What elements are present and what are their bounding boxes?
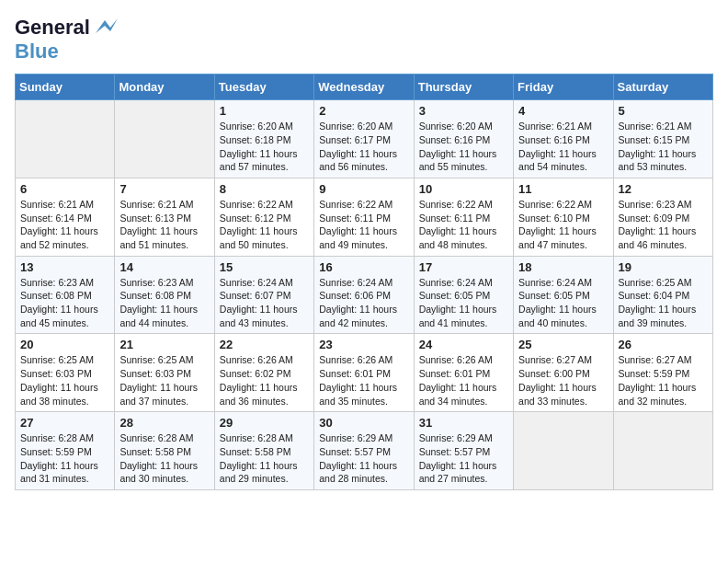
weekday-header-saturday: Saturday	[613, 75, 712, 100]
day-number: 20	[20, 338, 109, 351]
calendar-cell: 17Sunrise: 6:24 AM Sunset: 6:05 PM Dayli…	[414, 256, 513, 334]
day-number: 17	[419, 260, 508, 274]
calendar-cell: 12Sunrise: 6:23 AM Sunset: 6:09 PM Dayli…	[613, 178, 712, 256]
day-number: 11	[518, 182, 608, 196]
calendar-cell: 11Sunrise: 6:22 AM Sunset: 6:10 PM Dayli…	[514, 178, 613, 256]
calendar-cell: 8Sunrise: 6:22 AM Sunset: 6:12 PM Daylig…	[214, 178, 313, 256]
cell-info: Sunrise: 6:21 AM Sunset: 6:13 PM Dayligh…	[119, 198, 209, 252]
cell-info: Sunrise: 6:28 AM Sunset: 5:59 PM Dayligh…	[20, 431, 109, 486]
cell-info: Sunrise: 6:24 AM Sunset: 6:07 PM Dayligh…	[220, 276, 309, 330]
cell-info: Sunrise: 6:26 AM Sunset: 6:02 PM Dayligh…	[220, 353, 309, 408]
day-number: 2	[319, 104, 408, 118]
day-number: 8	[220, 182, 309, 196]
calendar-cell: 15Sunrise: 6:24 AM Sunset: 6:07 PM Dayli…	[214, 256, 313, 334]
calendar-cell: 30Sunrise: 6:29 AM Sunset: 5:57 PM Dayli…	[314, 412, 414, 490]
calendar-cell: 19Sunrise: 6:25 AM Sunset: 6:04 PM Dayli…	[613, 256, 712, 334]
weekday-header-monday: Monday	[115, 75, 214, 100]
day-number: 28	[119, 416, 209, 430]
day-number: 21	[119, 338, 209, 351]
cell-info: Sunrise: 6:28 AM Sunset: 5:58 PM Dayligh…	[119, 431, 209, 486]
calendar-cell: 29Sunrise: 6:28 AM Sunset: 5:58 PM Dayli…	[214, 412, 313, 490]
day-number: 12	[619, 182, 708, 196]
day-number: 13	[20, 260, 109, 274]
calendar-cell	[16, 100, 115, 178]
logo: General Blue	[15, 15, 118, 63]
cell-info: Sunrise: 6:23 AM Sunset: 6:09 PM Dayligh…	[619, 198, 708, 252]
day-number: 23	[319, 338, 408, 351]
day-number: 31	[419, 416, 508, 430]
cell-info: Sunrise: 6:26 AM Sunset: 6:01 PM Dayligh…	[319, 353, 408, 408]
day-number: 1	[220, 104, 309, 118]
day-number: 18	[518, 260, 608, 274]
calendar-cell: 20Sunrise: 6:25 AM Sunset: 6:03 PM Dayli…	[16, 334, 115, 412]
calendar-cell: 13Sunrise: 6:23 AM Sunset: 6:08 PM Dayli…	[16, 256, 115, 334]
day-number: 5	[619, 104, 708, 118]
cell-info: Sunrise: 6:28 AM Sunset: 5:58 PM Dayligh…	[220, 431, 309, 486]
calendar-cell: 5Sunrise: 6:21 AM Sunset: 6:15 PM Daylig…	[613, 100, 712, 178]
cell-info: Sunrise: 6:24 AM Sunset: 6:05 PM Dayligh…	[518, 276, 608, 330]
svg-marker-0	[96, 18, 118, 33]
cell-info: Sunrise: 6:24 AM Sunset: 6:06 PM Dayligh…	[319, 276, 408, 330]
day-number: 30	[319, 416, 408, 430]
calendar-cell: 1Sunrise: 6:20 AM Sunset: 6:18 PM Daylig…	[214, 100, 313, 178]
calendar-cell: 24Sunrise: 6:26 AM Sunset: 6:01 PM Dayli…	[414, 334, 513, 412]
day-number: 4	[518, 104, 608, 118]
cell-info: Sunrise: 6:29 AM Sunset: 5:57 PM Dayligh…	[319, 431, 408, 486]
cell-info: Sunrise: 6:29 AM Sunset: 5:57 PM Dayligh…	[419, 431, 508, 486]
calendar-cell: 4Sunrise: 6:21 AM Sunset: 6:16 PM Daylig…	[514, 100, 613, 178]
calendar-cell: 2Sunrise: 6:20 AM Sunset: 6:17 PM Daylig…	[314, 100, 414, 178]
cell-info: Sunrise: 6:27 AM Sunset: 6:00 PM Dayligh…	[518, 353, 608, 408]
cell-info: Sunrise: 6:24 AM Sunset: 6:05 PM Dayligh…	[419, 276, 508, 330]
cell-info: Sunrise: 6:22 AM Sunset: 6:11 PM Dayligh…	[319, 198, 408, 252]
cell-info: Sunrise: 6:27 AM Sunset: 5:59 PM Dayligh…	[619, 353, 708, 408]
cell-info: Sunrise: 6:20 AM Sunset: 6:16 PM Dayligh…	[419, 120, 508, 174]
logo-text: General	[15, 17, 90, 39]
day-number: 16	[319, 260, 408, 274]
day-number: 3	[419, 104, 508, 118]
cell-info: Sunrise: 6:21 AM Sunset: 6:16 PM Dayligh…	[518, 120, 608, 174]
calendar-cell: 10Sunrise: 6:22 AM Sunset: 6:11 PM Dayli…	[414, 178, 513, 256]
day-number: 9	[319, 182, 408, 196]
calendar-cell: 14Sunrise: 6:23 AM Sunset: 6:08 PM Dayli…	[115, 256, 214, 334]
calendar-cell: 16Sunrise: 6:24 AM Sunset: 6:06 PM Dayli…	[314, 256, 414, 334]
calendar-cell: 21Sunrise: 6:25 AM Sunset: 6:03 PM Dayli…	[115, 334, 214, 412]
weekday-header-wednesday: Wednesday	[314, 75, 414, 100]
calendar-cell: 28Sunrise: 6:28 AM Sunset: 5:58 PM Dayli…	[115, 412, 214, 490]
calendar-cell: 22Sunrise: 6:26 AM Sunset: 6:02 PM Dayli…	[214, 334, 313, 412]
day-number: 27	[20, 416, 109, 430]
cell-info: Sunrise: 6:22 AM Sunset: 6:11 PM Dayligh…	[419, 198, 508, 252]
calendar-cell: 26Sunrise: 6:27 AM Sunset: 5:59 PM Dayli…	[613, 334, 712, 412]
cell-info: Sunrise: 6:22 AM Sunset: 6:10 PM Dayligh…	[518, 198, 608, 252]
cell-info: Sunrise: 6:20 AM Sunset: 6:18 PM Dayligh…	[220, 120, 309, 174]
weekday-header-sunday: Sunday	[16, 75, 115, 100]
weekday-header-tuesday: Tuesday	[214, 75, 313, 100]
page-header: General Blue	[15, 15, 713, 63]
calendar-cell: 7Sunrise: 6:21 AM Sunset: 6:13 PM Daylig…	[115, 178, 214, 256]
calendar-cell	[613, 412, 712, 490]
calendar-cell: 31Sunrise: 6:29 AM Sunset: 5:57 PM Dayli…	[414, 412, 513, 490]
logo-bird-icon	[92, 15, 118, 40]
day-number: 15	[220, 260, 309, 274]
logo-blue-text: Blue	[15, 40, 59, 63]
day-number: 29	[220, 416, 309, 430]
calendar-cell: 25Sunrise: 6:27 AM Sunset: 6:00 PM Dayli…	[514, 334, 613, 412]
cell-info: Sunrise: 6:22 AM Sunset: 6:12 PM Dayligh…	[220, 198, 309, 252]
calendar-table: SundayMondayTuesdayWednesdayThursdayFrid…	[15, 74, 713, 490]
cell-info: Sunrise: 6:26 AM Sunset: 6:01 PM Dayligh…	[419, 353, 508, 408]
day-number: 26	[619, 338, 708, 351]
cell-info: Sunrise: 6:25 AM Sunset: 6:03 PM Dayligh…	[20, 353, 109, 408]
cell-info: Sunrise: 6:21 AM Sunset: 6:15 PM Dayligh…	[619, 120, 708, 174]
cell-info: Sunrise: 6:25 AM Sunset: 6:03 PM Dayligh…	[119, 353, 209, 408]
calendar-cell: 9Sunrise: 6:22 AM Sunset: 6:11 PM Daylig…	[314, 178, 414, 256]
day-number: 19	[619, 260, 708, 274]
cell-info: Sunrise: 6:25 AM Sunset: 6:04 PM Dayligh…	[619, 276, 708, 330]
calendar-cell: 23Sunrise: 6:26 AM Sunset: 6:01 PM Dayli…	[314, 334, 414, 412]
calendar-cell: 18Sunrise: 6:24 AM Sunset: 6:05 PM Dayli…	[514, 256, 613, 334]
day-number: 7	[119, 182, 209, 196]
day-number: 10	[419, 182, 508, 196]
day-number: 25	[518, 338, 608, 351]
day-number: 22	[220, 338, 309, 351]
weekday-header-thursday: Thursday	[414, 75, 513, 100]
calendar-cell: 3Sunrise: 6:20 AM Sunset: 6:16 PM Daylig…	[414, 100, 513, 178]
calendar-cell	[514, 412, 613, 490]
